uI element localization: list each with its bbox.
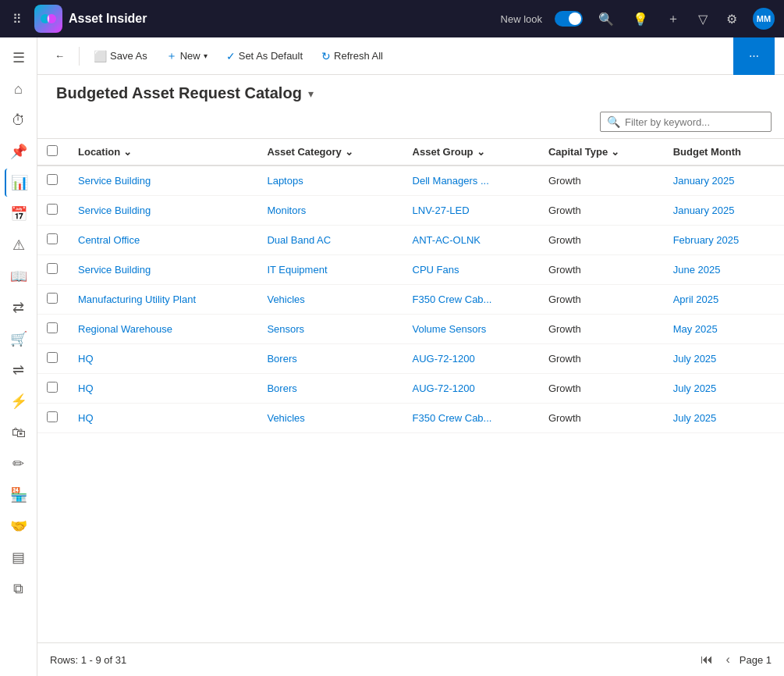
user-avatar[interactable]: MM <box>753 8 775 30</box>
location-cell[interactable]: Service Building <box>69 255 257 285</box>
sidebar-edit-icon[interactable]: ✏ <box>5 450 33 478</box>
budget-month-cell[interactable]: June 2025 <box>664 255 784 285</box>
sidebar-cart-icon[interactable]: 🛒 <box>5 325 33 353</box>
row-checkbox-7[interactable] <box>47 382 58 393</box>
budget-month-cell[interactable]: May 2025 <box>664 315 784 344</box>
sidebar-alert-icon[interactable]: ⚠ <box>5 231 33 259</box>
location-cell[interactable]: Central Office <box>69 226 257 255</box>
sidebar-home-icon[interactable]: ⌂ <box>5 75 33 103</box>
sidebar-layers-icon[interactable]: ⧉ <box>5 575 33 603</box>
sidebar-list-icon[interactable]: ▤ <box>5 543 33 571</box>
row-checkbox-cell <box>37 255 69 285</box>
location-cell[interactable]: HQ <box>69 374 257 404</box>
location-cell[interactable]: Manufacturing Utility Plant <box>69 285 257 315</box>
page-title-row: Budgeted Asset Request Catalog ▾ <box>56 84 765 102</box>
sidebar-lightning-icon[interactable]: ⚡ <box>5 387 33 415</box>
settings-icon[interactable]: ⚙ <box>723 9 740 30</box>
set-default-button[interactable]: ✓ Set As Default <box>218 45 310 67</box>
first-page-button[interactable]: ⏮ <box>697 649 716 670</box>
asset-category-cell[interactable]: Laptops <box>257 165 403 196</box>
sidebar-menu-icon[interactable]: ☰ <box>5 44 33 72</box>
budget-month-cell[interactable]: February 2025 <box>664 226 784 255</box>
asset-category-cell[interactable]: Dual Band AC <box>257 226 403 255</box>
table-header-row: Location ⌄ Asset Category ⌄ <box>37 139 784 165</box>
sidebar-shuffle-icon[interactable]: ⇌ <box>5 356 33 384</box>
sidebar-handshake-icon[interactable]: 🤝 <box>5 512 33 540</box>
row-checkbox-6[interactable] <box>47 352 58 363</box>
sidebar-recent-icon[interactable]: ⏱ <box>5 106 33 134</box>
budget-month-cell[interactable]: January 2025 <box>664 196 784 226</box>
asset-group-cell[interactable]: AUG-72-1200 <box>403 344 539 374</box>
location-cell[interactable]: HQ <box>69 404 257 433</box>
asset-category-cell[interactable]: IT Equipment <box>257 255 403 285</box>
row-checkbox-8[interactable] <box>47 411 58 422</box>
save-as-button[interactable]: ⬜ Save As <box>86 45 155 67</box>
budget-month-cell[interactable]: April 2025 <box>664 285 784 315</box>
new-button[interactable]: ＋ New ▾ <box>158 44 215 68</box>
sidebar-store-icon[interactable]: 🏪 <box>5 481 33 509</box>
asset-category-cell[interactable]: Vehicles <box>257 404 403 433</box>
page-title-chevron-icon[interactable]: ▾ <box>308 87 314 100</box>
budget-month-cell[interactable]: July 2025 <box>664 344 784 374</box>
budget-month-cell[interactable]: January 2025 <box>664 165 784 196</box>
filter-search-box[interactable]: 🔍 <box>600 112 772 132</box>
table-row: Service Building IT Equipment CPU Fans G… <box>37 255 784 285</box>
filter-search-icon: 🔍 <box>607 116 620 128</box>
accent-action-button[interactable]: ⋯ <box>733 37 775 75</box>
asset-category-cell[interactable]: Borers <box>257 374 403 404</box>
back-button[interactable]: ← <box>47 45 73 66</box>
sidebar-shopping-icon[interactable]: 🛍 <box>5 418 33 447</box>
bell-icon[interactable]: 💡 <box>630 9 651 30</box>
row-checkbox-cell <box>37 285 69 315</box>
location-column-header[interactable]: Location ⌄ <box>69 139 257 165</box>
table-row: Regional Warehouse Sensors Volume Sensor… <box>37 315 784 344</box>
asset-group-cell[interactable]: Volume Sensors <box>403 315 539 344</box>
grid-icon[interactable]: ⠿ <box>9 9 25 30</box>
asset-group-column-header[interactable]: Asset Group ⌄ <box>403 139 539 165</box>
filter-search-input[interactable] <box>625 116 764 128</box>
asset-group-cell[interactable]: F350 Crew Cab... <box>403 404 539 433</box>
new-look-toggle[interactable] <box>555 11 583 27</box>
filter-icon[interactable]: ▽ <box>695 9 711 30</box>
sidebar-pinned-icon[interactable]: 📌 <box>5 137 33 165</box>
location-cell[interactable]: Service Building <box>69 196 257 226</box>
budget-month-column-header[interactable]: Budget Month <box>664 139 784 165</box>
row-checkbox-4[interactable] <box>47 293 58 304</box>
row-checkbox-5[interactable] <box>47 322 58 333</box>
location-cell[interactable]: Service Building <box>69 165 257 196</box>
sidebar-book-icon[interactable]: 📖 <box>5 262 33 290</box>
search-icon[interactable]: 🔍 <box>595 9 617 30</box>
prev-page-button[interactable]: ‹ <box>722 649 733 670</box>
row-checkbox-2[interactable] <box>47 233 58 244</box>
asset-category-column-header[interactable]: Asset Category ⌄ <box>257 139 403 165</box>
asset-category-cell[interactable]: Vehicles <box>257 285 403 315</box>
sidebar-exchange-icon[interactable]: ⇄ <box>5 294 33 322</box>
sidebar-chart-icon[interactable]: 📊 <box>5 169 33 197</box>
capital-type-cell: Growth <box>539 404 664 433</box>
asset-category-cell[interactable]: Borers <box>257 344 403 374</box>
capital-type-cell: Growth <box>539 226 664 255</box>
top-navigation: ⠿ Asset Insider New look 🔍 💡 ＋ ▽ ⚙ MM <box>0 0 784 37</box>
asset-group-cell[interactable]: Dell Managers ... <box>403 165 539 196</box>
asset-group-cell[interactable]: ANT-AC-OLNK <box>403 226 539 255</box>
capital-type-cell: Growth <box>539 344 664 374</box>
plus-icon[interactable]: ＋ <box>664 8 683 30</box>
budget-month-cell[interactable]: July 2025 <box>664 404 784 433</box>
location-cell[interactable]: Regional Warehouse <box>69 315 257 344</box>
location-cell[interactable]: HQ <box>69 344 257 374</box>
asset-group-cell[interactable]: CPU Fans <box>403 255 539 285</box>
row-checkbox-0[interactable] <box>47 174 58 185</box>
asset-group-cell[interactable]: F350 Crew Cab... <box>403 285 539 315</box>
asset-group-cell[interactable]: LNV-27-LED <box>403 196 539 226</box>
refresh-button[interactable]: ↻ Refresh All <box>314 45 391 67</box>
back-icon: ← <box>55 50 65 62</box>
row-checkbox-1[interactable] <box>47 204 58 215</box>
select-all-checkbox[interactable] <box>47 145 58 156</box>
sidebar-calendar-icon[interactable]: 📅 <box>5 200 33 228</box>
row-checkbox-3[interactable] <box>47 263 58 274</box>
asset-category-cell[interactable]: Sensors <box>257 315 403 344</box>
capital-type-column-header[interactable]: Capital Type ⌄ <box>539 139 664 165</box>
asset-category-cell[interactable]: Monitors <box>257 196 403 226</box>
asset-group-cell[interactable]: AUG-72-1200 <box>403 374 539 404</box>
budget-month-cell[interactable]: July 2025 <box>664 374 784 404</box>
